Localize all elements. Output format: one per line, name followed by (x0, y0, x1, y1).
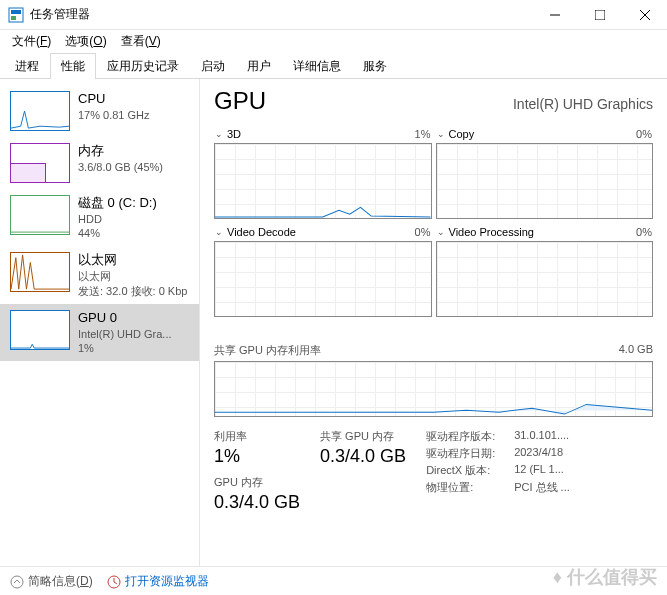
memory-thumbnail (10, 143, 70, 183)
content: CPU 17% 0.81 GHz 内存 3.6/8.0 GB (45%) 磁盘 … (0, 79, 667, 566)
cpu-sub: 17% 0.81 GHz (78, 108, 150, 122)
chevron-down-icon: ⌄ (215, 227, 223, 237)
sidebar-item-ethernet[interactable]: 以太网 以太网 发送: 32.0 接收: 0 Kbp (0, 246, 199, 303)
footer: 简略信息(D) 打开资源监视器 (0, 566, 667, 595)
tab-startup[interactable]: 启动 (190, 53, 236, 79)
svg-line-10 (114, 582, 117, 584)
gpu-mem-value: 0.3/4.0 GB (214, 492, 300, 513)
svg-rect-2 (11, 16, 16, 20)
chart-copy[interactable]: ⌄Copy 0% (436, 143, 654, 219)
window-title: 任务管理器 (30, 6, 532, 23)
app-icon (8, 7, 24, 23)
chevron-up-icon (10, 575, 24, 589)
sidebar-item-disk[interactable]: 磁盘 0 (C: D:) HDD 44% (0, 189, 199, 246)
page-title: GPU (214, 87, 266, 115)
menu-view[interactable]: 查看(V) (115, 31, 167, 52)
chevron-down-icon: ⌄ (437, 227, 445, 237)
cpu-thumbnail (10, 91, 70, 131)
memory-sub: 3.6/8.0 GB (45%) (78, 160, 163, 174)
chart-process[interactable]: ⌄Video Processing 0% (436, 241, 654, 317)
shared-label: 共享 GPU 内存利用率 (214, 344, 321, 356)
tab-performance[interactable]: 性能 (50, 53, 96, 79)
tabbar: 进程 性能 应用历史记录 启动 用户 详细信息 服务 (0, 52, 667, 79)
cpu-title: CPU (78, 91, 150, 108)
memory-title: 内存 (78, 143, 163, 160)
ethernet-thumbnail (10, 252, 70, 292)
svg-rect-4 (595, 10, 605, 20)
chart-3d[interactable]: ⌄3D 1% (214, 143, 432, 219)
titlebar: 任务管理器 (0, 0, 667, 30)
disk-thumbnail (10, 195, 70, 235)
ethernet-title: 以太网 (78, 252, 187, 269)
util-label: 利用率 (214, 429, 300, 444)
open-resmon-link[interactable]: 打开资源监视器 (107, 573, 209, 590)
disk-title: 磁盘 0 (C: D:) (78, 195, 157, 212)
gpu-sub2: 1% (78, 341, 172, 355)
tab-services[interactable]: 服务 (352, 53, 398, 79)
menu-file[interactable]: 文件(F) (6, 31, 57, 52)
resmon-icon (107, 575, 121, 589)
shared-mem-label: 共享 GPU 内存 (320, 429, 406, 444)
gpu-sub1: Intel(R) UHD Gra... (78, 327, 172, 341)
gpu-title: GPU 0 (78, 310, 172, 327)
sidebar: CPU 17% 0.81 GHz 内存 3.6/8.0 GB (45%) 磁盘 … (0, 79, 200, 566)
chart-shared-memory[interactable] (214, 361, 653, 417)
gpu-mem-label: GPU 内存 (214, 475, 300, 490)
shared-mem-value: 0.3/4.0 GB (320, 446, 406, 467)
util-value: 1% (214, 446, 300, 467)
chart-process-pct: 0% (636, 226, 652, 238)
disk-sub1: HDD (78, 212, 157, 226)
chart-process-label[interactable]: ⌄Video Processing (437, 226, 534, 238)
shared-max: 4.0 GB (619, 343, 653, 355)
chart-decode[interactable]: ⌄Video Decode 0% (214, 241, 432, 317)
menu-options[interactable]: 选项(O) (59, 31, 112, 52)
tab-processes[interactable]: 进程 (4, 53, 50, 79)
tab-history[interactable]: 应用历史记录 (96, 53, 190, 79)
disk-sub2: 44% (78, 226, 157, 240)
close-button[interactable] (622, 0, 667, 29)
sidebar-item-gpu[interactable]: GPU 0 Intel(R) UHD Gra... 1% (0, 304, 199, 361)
chart-decode-label[interactable]: ⌄Video Decode (215, 226, 296, 238)
fewer-details-link[interactable]: 简略信息(D) (10, 573, 93, 590)
chevron-down-icon: ⌄ (215, 129, 223, 139)
chart-copy-label[interactable]: ⌄Copy (437, 128, 475, 140)
main-panel: GPU Intel(R) UHD Graphics ⌄3D 1% ⌄Copy 0… (200, 79, 667, 566)
gpu-thumbnail (10, 310, 70, 350)
ethernet-sub2: 发送: 32.0 接收: 0 Kbp (78, 284, 187, 298)
svg-rect-1 (11, 10, 21, 14)
tab-users[interactable]: 用户 (236, 53, 282, 79)
minimize-button[interactable] (532, 0, 577, 29)
svg-point-7 (11, 576, 23, 588)
chart-3d-pct: 1% (415, 128, 431, 140)
device-name: Intel(R) UHD Graphics (513, 96, 653, 112)
detail-column: 驱动程序版本:31.0.101.... 驱动程序日期:2023/4/18 Dir… (426, 429, 570, 513)
tab-details[interactable]: 详细信息 (282, 53, 352, 79)
window-controls (532, 0, 667, 29)
menubar: 文件(F) 选项(O) 查看(V) (0, 30, 667, 52)
sidebar-item-memory[interactable]: 内存 3.6/8.0 GB (45%) (0, 137, 199, 189)
chevron-down-icon: ⌄ (437, 129, 445, 139)
sidebar-item-cpu[interactable]: CPU 17% 0.81 GHz (0, 85, 199, 137)
chart-copy-pct: 0% (636, 128, 652, 140)
maximize-button[interactable] (577, 0, 622, 29)
chart-decode-pct: 0% (415, 226, 431, 238)
chart-3d-label[interactable]: ⌄3D (215, 128, 241, 140)
ethernet-sub1: 以太网 (78, 269, 187, 283)
